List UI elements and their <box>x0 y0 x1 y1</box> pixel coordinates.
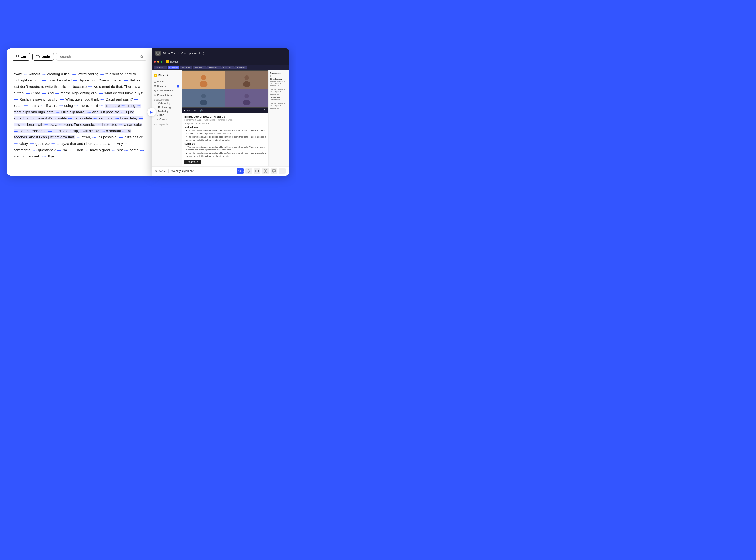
sidebar-item-marketing[interactable]: Marketing <box>152 109 182 114</box>
sidebar-item-home[interactable]: Home <box>152 79 182 84</box>
svg-point-31 <box>243 100 251 106</box>
undo-button[interactable]: Undo <box>33 53 54 61</box>
search-bar[interactable] <box>56 53 147 61</box>
search-input[interactable] <box>60 55 138 59</box>
svg-point-42 <box>283 171 283 171</box>
more-button[interactable] <box>279 168 285 174</box>
action-items-label: Action Items <box>184 126 266 129</box>
cut-button[interactable]: Cut <box>12 53 30 61</box>
play-btn[interactable]: ▶ <box>184 109 185 112</box>
comments-search <box>270 75 288 77</box>
screen-icon <box>156 52 160 55</box>
svg-point-25 <box>199 81 208 87</box>
app-body: B Bluedot Home Updates 3 <box>152 71 289 166</box>
updates-badge: 3 <box>177 85 179 87</box>
comment-author-3: Ruslan Kha... <box>270 97 288 99</box>
svg-point-1 <box>18 57 19 58</box>
active-status-btn[interactable]: Active <box>237 168 244 174</box>
comment-item-2: Contrary to piece of cla to populo b cla… <box>270 88 288 95</box>
chat-icon <box>272 169 276 173</box>
svg-rect-21 <box>157 119 158 120</box>
summary-item-2: The client needs a secure and reliable p… <box>184 152 266 158</box>
summary-label: Summary <box>184 143 266 145</box>
main-container: Cut Undo away •••• without •••• creating… <box>7 48 289 176</box>
nav-tab-onboard[interactable]: Onboard <box>167 66 179 69</box>
comment-search-icon <box>270 75 272 77</box>
svg-rect-7 <box>157 52 159 54</box>
minimize-dot <box>157 61 159 62</box>
svg-point-24 <box>201 75 206 80</box>
app-main-content: ▶ 0:15 / 30:05 🔊 ⛶ Employee onboarding g… <box>182 71 268 166</box>
comment-text-3: Contrary to c <box>270 99 288 101</box>
person3-shape <box>186 91 220 105</box>
add-video-button[interactable]: Add video <box>184 160 201 164</box>
nav-tab-screen[interactable]: Screen + <box>180 66 192 69</box>
doc-collection: Onboarding <box>204 119 215 121</box>
nav-tab-extensio[interactable]: Extensio... <box>193 66 206 69</box>
app-brand-name: Bluedot <box>170 60 178 63</box>
expand-button[interactable]: ▶ <box>147 108 156 116</box>
screen-share-card: Dima Eremin (You, presenting) B Bluedot <box>152 48 289 176</box>
active-label: Active <box>238 170 244 173</box>
layout-icon <box>264 169 267 173</box>
nav-tab-payment[interactable]: Payment <box>235 66 247 69</box>
presenter-name: Dima Eremin (You, presenting) <box>163 52 204 55</box>
video-grid <box>182 71 268 108</box>
meeting-bottom-bar: 9:26 AM Weekly alignment Active <box>152 166 289 176</box>
svg-rect-39 <box>266 171 267 173</box>
nav-tab-lp-bluet[interactable]: LP Bluet... <box>207 66 220 69</box>
transcript-area: away •••• without •••• creating a title.… <box>7 65 152 176</box>
doc-shared-label: Shared to work <box>218 119 233 121</box>
lock-icon <box>154 94 156 96</box>
screen-content: B Bluedot Summar... Onboard Screen + Ext… <box>152 58 289 166</box>
sidebar-item-ppc[interactable]: PPC <box>152 114 182 117</box>
svg-point-14 <box>155 91 156 92</box>
bell-icon <box>154 85 156 87</box>
app-screen: B Bluedot Summar... Onboard Screen + Ext… <box>152 58 289 166</box>
home-icon <box>154 80 156 83</box>
sidebar-item-onboarding[interactable]: Onboarding <box>152 101 182 105</box>
svg-rect-38 <box>266 169 267 171</box>
svg-rect-17 <box>155 95 156 96</box>
meeting-controls: Active <box>237 168 285 174</box>
sidebar-brand: B Bluedot <box>152 72 182 78</box>
svg-line-33 <box>271 77 272 77</box>
presenter-icon <box>155 51 161 56</box>
svg-point-5 <box>140 55 143 57</box>
svg-point-0 <box>16 57 17 58</box>
meeting-title: Weekly alignment <box>172 169 194 173</box>
chat-button[interactable] <box>271 168 277 174</box>
sidebar-item-library[interactable]: Private Library <box>152 93 182 97</box>
nav-tab-summar[interactable]: Summar... <box>154 66 167 69</box>
person2-shape <box>230 73 264 87</box>
video-controls: ▶ 0:15 / 30:05 🔊 ⛶ <box>182 108 268 113</box>
fullscreen-btn[interactable]: ⛶ <box>264 109 266 112</box>
screenshare-panel: Dima Eremin (You, presenting) B Bluedot <box>152 48 289 176</box>
sidebar-item-content[interactable]: Content <box>152 117 182 121</box>
svg-rect-37 <box>264 169 265 173</box>
invite-people[interactable]: + Invite people <box>154 123 179 125</box>
app-content-area: Employee onboarding guide February 10, 2… <box>182 113 268 166</box>
doc-template: General notes <box>194 122 207 125</box>
brand-name: Bluedot <box>158 74 168 77</box>
person1-shape <box>186 73 220 87</box>
mic-icon <box>247 169 251 173</box>
comment-item-4: Contrary to piece of cla to populo b cla… <box>270 102 288 109</box>
sidebar-item-shared[interactable]: Shared with me <box>152 88 182 93</box>
app-logo: B <box>166 60 169 63</box>
svg-point-29 <box>200 100 207 106</box>
camera-button[interactable] <box>254 168 260 174</box>
library-label: Private Library <box>157 94 172 96</box>
mic-button[interactable] <box>245 168 252 174</box>
collections-label: Collections <box>152 97 182 101</box>
svg-line-6 <box>142 57 143 58</box>
sidebar-item-updates[interactable]: Updates 3 <box>152 84 182 88</box>
volume-btn[interactable]: 🔊 <box>200 109 202 112</box>
folder-icon-2 <box>155 106 157 108</box>
video-cell-2 <box>225 71 268 89</box>
doc-date: February 10, 2022 <box>184 119 202 121</box>
nav-tab-collabor[interactable]: Collabor... <box>221 66 235 69</box>
doc-title: Employee onboarding guide <box>184 115 266 118</box>
layout-button[interactable] <box>262 168 269 174</box>
sidebar-item-engineering[interactable]: Engineering <box>152 105 182 109</box>
